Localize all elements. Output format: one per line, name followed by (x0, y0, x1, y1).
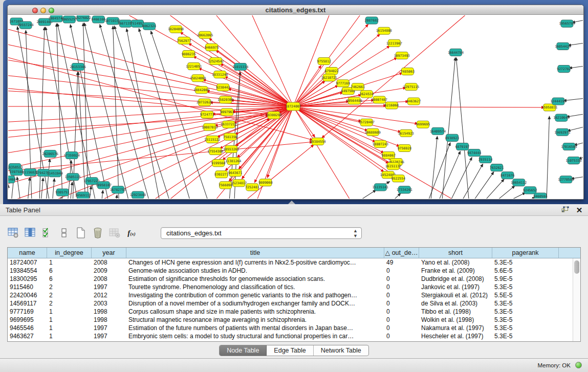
table-cell[interactable]: 0 (384, 308, 419, 316)
table-cell[interactable]: 5.3E-5 (492, 332, 559, 340)
graph-node[interactable]: 8938923 (445, 134, 459, 141)
graph-node[interactable]: 17016504 (561, 143, 577, 150)
table-cell[interactable]: 5.5E-5 (492, 291, 559, 299)
table-cell[interactable]: 2008 (92, 258, 126, 267)
table-cell[interactable]: Tibbo et al. (1998) (419, 308, 492, 316)
graph-node[interactable]: 10958107 (96, 182, 112, 189)
table-cell[interactable]: 1 (47, 308, 92, 316)
graph-node[interactable]: 9245652 (523, 187, 537, 194)
table-cell[interactable]: 0 (384, 275, 419, 283)
graph-node[interactable]: 17554300 (207, 147, 223, 155)
graph-node[interactable]: 9755812 (317, 57, 331, 64)
graph-node[interactable]: 15692971 (554, 128, 570, 136)
graph-node[interactable]: 18300295 (266, 112, 281, 119)
scrollbar-thumb[interactable] (574, 260, 579, 274)
graph-node[interactable]: 15820306 (217, 96, 233, 103)
table-cell[interactable]: Yano et al. (2008) (419, 258, 492, 267)
table-cell[interactable]: 0 (384, 299, 419, 308)
graph-node[interactable]: 12213967 (386, 39, 402, 47)
table-cell[interactable]: Corpus callosum shape and size in male p… (126, 308, 384, 316)
graph-node[interactable]: 15824068 (190, 75, 206, 82)
graph-node[interactable]: 8466160 (92, 16, 105, 23)
network-window-titlebar[interactable]: citations_edges.txt (8, 5, 583, 15)
table-cell[interactable]: Investigating the contribution of common… (126, 291, 384, 299)
float-panel-icon[interactable] (560, 205, 570, 214)
column-header-out_de[interactable]: △ out_de… (384, 248, 419, 258)
graph-node[interactable]: 18807243 (373, 140, 388, 147)
table-cell[interactable]: Estimation of significance thresholds fo… (126, 275, 384, 283)
graph-node[interactable]: 20557244 (17, 21, 33, 29)
graph-node[interactable]: 19565784 (559, 20, 575, 27)
table-cell[interactable]: 5.3E-5 (492, 299, 559, 308)
table-row[interactable]: 969969511998Structural magnetic resonanc… (8, 316, 580, 324)
table-cell[interactable]: 18724007 (8, 258, 47, 267)
graph-node[interactable]: 17359924 (64, 151, 80, 159)
table-cell[interactable]: 0 (384, 267, 419, 275)
graph-node[interactable]: 20662065 (197, 31, 213, 38)
table-cell[interactable]: 19384554 (8, 267, 47, 275)
graph-node[interactable]: 18842004 (193, 86, 209, 94)
table-cell[interactable]: 5.3E-5 (492, 324, 559, 332)
table-cell[interactable]: 5.6E-5 (492, 267, 559, 275)
graph-node[interactable]: 9809060 (258, 179, 272, 186)
column-header-pagerank[interactable]: pagerank (492, 248, 559, 258)
close-panel-icon[interactable]: ✕ (575, 205, 584, 214)
column-header-title[interactable]: title (126, 248, 384, 258)
graph-node[interactable]: 9115460 (8, 176, 16, 183)
table-row[interactable]: 1830029562008Estimation of significance … (8, 275, 580, 283)
table-row[interactable]: 1872400712008Changes of HCN gene express… (8, 258, 580, 267)
table-cell[interactable]: 6 (47, 267, 92, 275)
graph-node[interactable]: 7562977 (177, 37, 191, 44)
graph-node[interactable]: 20564486 (346, 97, 362, 104)
table-cell[interactable]: 1 (47, 332, 92, 340)
graph-node[interactable]: 16054424 (555, 42, 571, 50)
graph-node[interactable]: 20153346 (70, 63, 86, 71)
graph-node[interactable]: 6794022 (324, 68, 338, 75)
table-cell[interactable]: 5.3E-5 (492, 316, 559, 324)
table-cell[interactable]: 1998 (92, 316, 126, 324)
graph-node[interactable]: 16154923 (398, 129, 414, 137)
graph-node[interactable]: 18724007 (285, 102, 301, 111)
table-cell[interactable]: 9465546 (8, 324, 47, 332)
graph-node[interactable]: 10973493 (394, 52, 410, 59)
graph-node[interactable]: 13505115 (65, 173, 81, 181)
citation-network-graph[interactable]: 1671094205572442089140619845744106552571… (8, 15, 583, 199)
graph-node[interactable]: 7485063 (401, 68, 415, 75)
graph-node[interactable]: 15276022 (75, 15, 91, 21)
table-cell[interactable]: 2012 (92, 291, 126, 299)
graph-node[interactable]: 9522554 (391, 175, 405, 182)
graph-node[interactable]: 12214051 (186, 63, 202, 70)
table-cell[interactable]: 9699695 (8, 316, 47, 324)
new-table-icon[interactable] (75, 227, 87, 239)
table-cell[interactable]: 2003 (92, 299, 126, 308)
table-cell[interactable]: Franke et al. (2009) (419, 267, 492, 275)
table-cell[interactable]: 0 (384, 283, 419, 291)
graph-node[interactable]: 7632621 (490, 164, 504, 171)
table-cell[interactable]: 49 (384, 258, 419, 267)
graph-node[interactable]: 19384554 (310, 138, 325, 145)
table-cell[interactable]: 2 (47, 291, 92, 299)
graph-node[interactable]: 8460584 (533, 193, 547, 199)
table-cell[interactable]: 5.3E-5 (492, 283, 559, 291)
graph-node[interactable]: 10654112 (511, 179, 527, 186)
graph-node[interactable]: 18204098 (168, 26, 184, 33)
table-settings-icon[interactable] (7, 227, 19, 239)
table-cell[interactable]: Disruption of a novel member of a sodium… (126, 299, 384, 308)
column-header-short[interactable]: short (419, 248, 492, 258)
graph-node[interactable]: 9884067 (382, 151, 396, 159)
graph-node[interactable]: 10688609 (365, 128, 381, 136)
graph-node[interactable]: 12444191 (550, 98, 566, 105)
vertical-scrollbar[interactable] (573, 258, 580, 341)
graph-node[interactable]: 6879197 (455, 143, 469, 150)
table-selector-dropdown[interactable]: citations_edges.txt ▲▼ (161, 227, 362, 239)
graph-node[interactable]: 15234817 (231, 180, 247, 187)
table-cell[interactable]: 1 (47, 316, 92, 324)
table-cell[interactable]: Estimation of the future numbers of pati… (126, 324, 384, 332)
table-cell[interactable]: 22420046 (8, 291, 47, 299)
graph-node[interactable]: 9199560 (211, 160, 225, 167)
graph-node[interactable]: 20732625 (197, 99, 212, 106)
table-cell[interactable]: 0 (384, 324, 419, 332)
graph-node[interactable]: 9466975 (205, 43, 219, 51)
graph-node[interactable]: 9397588 (9, 168, 23, 176)
table-cell[interactable]: de Silva et al. (2003) (419, 299, 492, 308)
